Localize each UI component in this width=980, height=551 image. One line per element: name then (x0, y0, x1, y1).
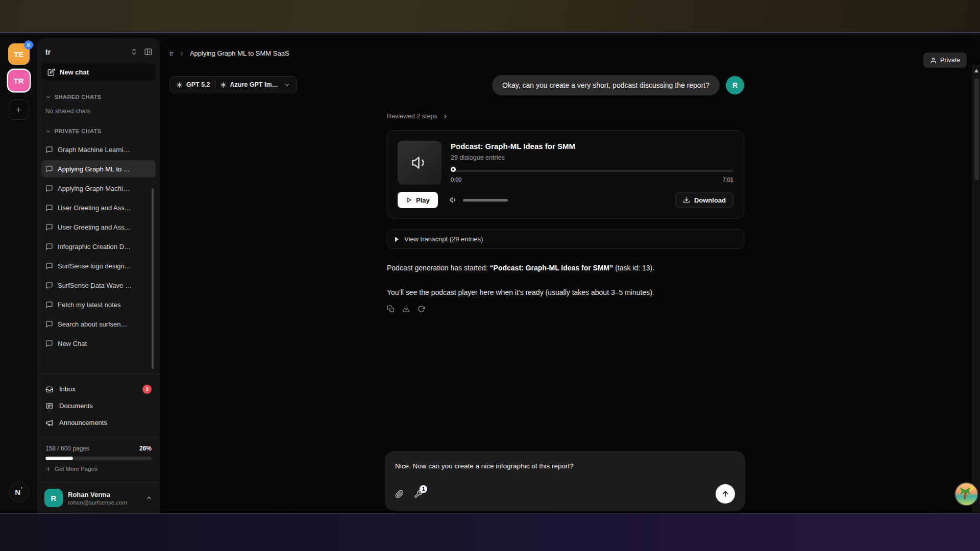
model-primary-label: GPT 5.2 (186, 81, 210, 88)
attach-file-button[interactable] (395, 490, 404, 498)
reviewed-steps-toggle[interactable]: Reviewed 2 steps (387, 113, 449, 120)
sidebar-nav: Inbox 3 Documents Announcements (37, 374, 160, 431)
chat-list-item[interactable]: User Greeting and Ass… (41, 218, 156, 236)
chevron-up-icon (145, 494, 153, 502)
volume-icon[interactable] (449, 196, 457, 204)
shared-members-badge-icon (24, 40, 33, 49)
chat-bubble-icon (45, 340, 53, 347)
download-button[interactable]: Download (675, 192, 733, 208)
sidebar-item-inbox[interactable]: Inbox 3 (41, 381, 156, 397)
volume-slider[interactable] (463, 199, 508, 202)
model-secondary[interactable]: Azure GPT Im… (220, 81, 278, 88)
sidebar-scrollbar-thumb[interactable] (152, 188, 154, 369)
model-primary[interactable]: GPT 5.2 (176, 81, 210, 88)
person-icon (930, 57, 937, 64)
tools-button[interactable]: 1 (414, 490, 423, 498)
play-icon (406, 197, 412, 203)
breadcrumb: tr Applying Graph ML to SMM SaaS (169, 49, 289, 57)
add-workspace-button[interactable] (9, 99, 29, 120)
shared-chats-label: SHARED CHATS (55, 94, 101, 100)
chat-list-item[interactable]: Search about surfsen… (41, 315, 156, 333)
play-button[interactable]: Play (398, 192, 438, 208)
chevron-right-icon (179, 51, 185, 57)
chat-list: Graph Machine Learni… Applying Graph ML … (37, 141, 160, 352)
chat-list-item[interactable]: Graph Machine Learni… (41, 141, 156, 158)
account-menu[interactable]: R Rohan Verma rohan@surfsense.com (37, 482, 160, 513)
copy-icon[interactable] (387, 305, 395, 313)
chat-title: Search about surfsen… (58, 320, 128, 328)
chat-list-item[interactable]: New Chat (41, 335, 156, 352)
message-composer[interactable]: Nice. Now can you create a nice infograp… (385, 451, 745, 511)
chat-list-item[interactable]: Infographic Creation D… (41, 238, 156, 255)
chat-bubble-icon (45, 165, 53, 173)
conversation-column: Okay, can you create a very short, podca… (387, 38, 744, 513)
assistant-status-message: Podcast generation has started: “Podcast… (387, 263, 744, 272)
chat-title: User Greeting and Ass… (58, 223, 131, 231)
privacy-toggle-button[interactable]: Private (923, 53, 967, 68)
regenerate-icon[interactable] (418, 305, 425, 313)
download-icon (683, 196, 690, 204)
desktop-top-band (0, 0, 980, 33)
main-scrollbar[interactable] (972, 65, 980, 513)
status-podcast-name: “Podcast: Graph-ML Ideas for SMM” (490, 264, 614, 272)
volume-control (449, 196, 508, 204)
openai-icon (220, 82, 227, 88)
workspace-switcher-icon[interactable] (130, 48, 138, 56)
chat-title: Applying Graph ML to … (58, 165, 130, 173)
breadcrumb-workspace[interactable]: tr (169, 49, 174, 57)
pages-progress-fill (45, 457, 73, 460)
chat-list-item[interactable]: Fetch my latest notes (41, 296, 156, 313)
sidebar-item-announcements[interactable]: Announcements (41, 414, 156, 431)
chat-bubble-icon (45, 223, 53, 231)
chat-main: tr Applying Graph ML to SMM SaaS Private… (160, 38, 980, 513)
scrollbar-thumb[interactable] (974, 78, 979, 180)
seek-knob[interactable] (451, 167, 456, 172)
chat-bubble-icon (45, 146, 53, 154)
seek-slider[interactable] (451, 167, 733, 175)
workspace-te[interactable]: TE (8, 43, 30, 65)
chevron-down-icon (45, 129, 51, 134)
sidebar-scroll-area: SHARED CHATS No shared chats PRIVATE CHA… (37, 81, 160, 369)
user-email: rohan@surfsense.com (68, 499, 127, 506)
chat-bubble-icon (45, 301, 53, 309)
chevron-down-icon[interactable] (284, 82, 290, 88)
new-chat-label: New chat (60, 68, 89, 76)
workspace-name: tr (45, 48, 51, 56)
send-button[interactable] (716, 484, 735, 504)
elapsed-time: 0:00 (451, 177, 461, 183)
scroll-up-arrow[interactable] (974, 69, 978, 72)
announcements-icon (45, 419, 54, 427)
reviewed-steps-label: Reviewed 2 steps (387, 113, 437, 120)
chat-list-item[interactable]: Applying Graph Machi… (41, 180, 156, 197)
chat-list-item[interactable]: SurfSense Data Wave … (41, 277, 156, 294)
user-message-bubble: Okay, can you create a very short, podca… (492, 75, 720, 95)
app-logo-letter: N (15, 488, 20, 496)
workspace-tr-active[interactable]: TR (8, 70, 30, 91)
download-icon[interactable] (402, 305, 410, 313)
get-more-pages-button[interactable]: Get More Pages (45, 466, 152, 472)
total-duration: 7:01 (723, 177, 733, 183)
divider (215, 81, 215, 89)
app-logo[interactable]: N’ (9, 482, 29, 502)
podcast-entry-count: 29 dialogue entries (451, 154, 733, 161)
announcements-label: Announcements (59, 419, 107, 427)
island-extension-badge[interactable] (954, 482, 978, 506)
composer-input[interactable]: Nice. Now can you create a nice infograp… (395, 462, 735, 470)
sidebar-header: tr (37, 38, 160, 60)
chat-list-item[interactable]: Applying Graph ML to … (41, 160, 156, 178)
model-secondary-label: Azure GPT Im… (230, 81, 278, 88)
sidebar-item-documents[interactable]: Documents (41, 397, 156, 414)
collapse-sidebar-icon[interactable] (144, 47, 153, 56)
chat-list-item[interactable]: SurfSense logo design… (41, 257, 156, 274)
view-transcript-toggle[interactable]: View transcript (29 entries) (387, 229, 744, 249)
page-usage-panel: 158 / 600 pages 26% Get More Pages (37, 437, 160, 478)
tools-count-badge: 1 (420, 485, 427, 493)
shared-chats-section-header[interactable]: SHARED CHATS (37, 94, 160, 100)
new-chat-button[interactable]: New chat (41, 63, 156, 81)
download-label: Download (694, 196, 726, 204)
chat-list-item[interactable]: User Greeting and Ass… (41, 199, 156, 216)
model-selector[interactable]: GPT 5.2 Azure GPT Im… (169, 76, 297, 93)
private-chats-section-header[interactable]: PRIVATE CHATS (37, 128, 160, 134)
chat-bubble-icon (45, 185, 53, 192)
chat-title: Infographic Creation D… (58, 243, 131, 251)
